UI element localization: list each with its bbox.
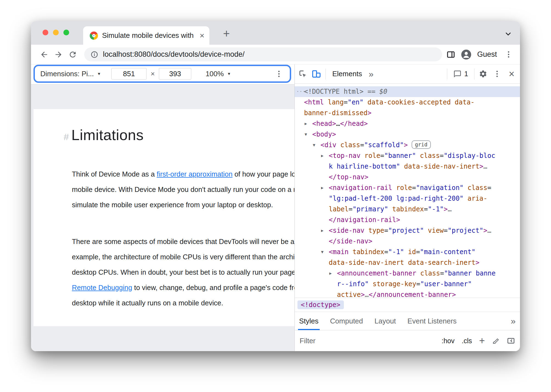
tab-computed[interactable]: Computed	[330, 312, 363, 330]
dom-token: "display-bloc	[444, 152, 495, 160]
side-panel-icon[interactable]	[446, 50, 455, 59]
hover-state-toggle[interactable]: :hov	[442, 337, 454, 345]
dom-row[interactable]: </navigation-rail>	[295, 215, 520, 225]
dom-row[interactable]: </side-nav>	[295, 236, 520, 247]
dom-row[interactable]: data-side-nav-inert data-search-inert>	[295, 257, 520, 268]
dom-token: class	[420, 152, 440, 160]
dom-row[interactable]: ▼<div class="scaffold">grid	[295, 140, 520, 150]
expand-arrow-icon[interactable]: ▶	[321, 183, 324, 193]
dom-token: banner-dismissed	[304, 109, 367, 117]
text-line: mobile device. With Device Mode you don'…	[72, 182, 294, 197]
brush-icon[interactable]	[492, 337, 500, 345]
more-panes-icon[interactable]: »	[511, 316, 516, 326]
browser-tab[interactable]: Simulate mobile devices with D ×	[83, 26, 209, 45]
chevron-down-icon[interactable]: ▼	[97, 72, 101, 76]
dom-row[interactable]: ▶<side-nav type="project" view="project"…	[295, 225, 520, 236]
new-tab-button[interactable]: +	[223, 27, 230, 40]
height-input[interactable]	[159, 68, 191, 79]
zoom-dropdown[interactable]: 100% ▼	[206, 70, 231, 78]
dom-row[interactable]: ▼<main tabindex="-1" id="main-content"	[295, 247, 520, 257]
settings-gear-icon[interactable]	[479, 70, 487, 78]
dom-token: tabindex	[353, 248, 384, 256]
expand-arrow-icon[interactable]: ▶	[305, 118, 307, 129]
close-window-button[interactable]	[43, 30, 48, 35]
device-toolbar-toggle-icon[interactable]	[312, 69, 321, 79]
address-bar[interactable]: localhost:8080/docs/devtools/device-mode…	[84, 47, 442, 61]
dom-token: data-side-nav-inert	[404, 163, 480, 170]
devtools-menu-icon[interactable]	[492, 68, 503, 80]
dom-token: "-1"	[428, 205, 444, 213]
dom-token: r--info"	[337, 280, 369, 288]
collapse-arrow-icon[interactable]: ▼	[313, 140, 315, 150]
more-panels-icon[interactable]: »	[369, 70, 373, 78]
dom-row[interactable]: label="primary" tabindex="-1">…	[295, 204, 520, 215]
new-style-rule-icon[interactable]: +	[479, 336, 485, 346]
tab-styles[interactable]: Styles	[299, 312, 319, 330]
dom-token	[348, 248, 352, 256]
dom-row[interactable]: "lg:pad-left-200 lg:pad-right-200" aria-	[295, 193, 520, 204]
minimize-window-button[interactable]	[53, 30, 59, 35]
dom-token: </navigation-rail>	[329, 216, 400, 224]
dom-token: <head>	[312, 120, 336, 127]
expand-arrow-icon[interactable]: ▶	[321, 150, 324, 161]
dom-token: =	[487, 184, 491, 192]
dom-token: "primary"	[353, 205, 388, 213]
dom-row[interactable]: ▶<navigation-rail role="navigation" clas…	[295, 183, 520, 193]
tab-elements[interactable]: Elements	[330, 70, 364, 78]
dom-row[interactable]: ▶<announcement-banner class="banner bann…	[295, 268, 520, 279]
class-toggle[interactable]: .cls	[462, 337, 472, 345]
text-line: There are some aspects of mobile devices…	[72, 234, 294, 249]
back-button[interactable]	[37, 47, 51, 62]
tab-layout[interactable]: Layout	[375, 312, 396, 330]
site-info-icon[interactable]	[90, 50, 99, 59]
dom-token: =	[384, 227, 388, 234]
tab-close-icon[interactable]: ×	[199, 32, 204, 40]
dom-token: view	[428, 227, 444, 234]
devtools-close-icon[interactable]: ×	[507, 69, 516, 79]
tab-search-chevron-icon[interactable]	[504, 30, 512, 39]
dom-token	[392, 184, 396, 192]
issues-button[interactable]: 1	[452, 70, 470, 78]
text-link[interactable]: Remote Debugging	[72, 284, 132, 291]
dom-token: <!DOCTYPE html>	[304, 88, 364, 95]
breadcrumb-item-doctype[interactable]: <!doctype>	[297, 300, 344, 309]
maximize-window-button[interactable]	[63, 30, 69, 35]
dom-token: "banner banne	[444, 269, 496, 277]
dom-row[interactable]: ···<!DOCTYPE html> == $0	[295, 86, 520, 97]
dom-token: =	[440, 269, 444, 277]
heading-anchor-hash[interactable]: #	[64, 132, 69, 142]
dom-token: >	[476, 259, 479, 266]
dom-row[interactable]: ▶<head>…</head>	[295, 118, 520, 129]
dom-token: "project"	[448, 227, 483, 234]
dom-row[interactable]: ▶<top-nav role="banner" class="display-b…	[295, 150, 520, 161]
expand-arrow-icon[interactable]: ▶	[321, 225, 324, 236]
dom-row[interactable]: banner-dismissed>	[295, 108, 520, 118]
grid-badge[interactable]: grid	[412, 140, 431, 149]
dom-row[interactable]: ▼<body>	[295, 129, 520, 140]
collapse-arrow-icon[interactable]: ▼	[305, 129, 307, 140]
profile-avatar[interactable]	[461, 50, 471, 59]
dom-row[interactable]: </top-nav>	[295, 172, 520, 183]
inspect-icon[interactable]	[299, 70, 307, 78]
url-text: localhost:8080/docs/devtools/device-mode…	[103, 50, 244, 59]
dom-row[interactable]: active>…</announcement-banner>	[295, 289, 520, 298]
dom-row[interactable]: <html lang="en" data-cookies-accepted da…	[295, 97, 520, 108]
dimensions-dropdown[interactable]: Dimensions: Pi...	[40, 70, 94, 78]
style-filter-input[interactable]	[300, 335, 376, 347]
expand-arrow-icon[interactable]: ▶	[329, 268, 332, 279]
tab-event-listeners[interactable]: Event Listeners	[407, 312, 457, 330]
collapse-arrow-icon[interactable]: ▼	[321, 247, 324, 257]
toggle-sidebar-icon[interactable]	[507, 337, 515, 345]
width-input[interactable]	[111, 68, 147, 79]
dom-row[interactable]: r--info" storage-key="user-banner"	[295, 279, 520, 289]
dom-token	[404, 259, 408, 266]
browser-menu-icon[interactable]	[503, 49, 514, 61]
dom-row[interactable]: k hairline-bottom" data-side-nav-inert>…	[295, 161, 520, 172]
dom-token: <side-nav	[329, 227, 364, 234]
dom-token: >	[444, 205, 448, 213]
text-link[interactable]: first-order approximation	[157, 170, 232, 178]
reload-button[interactable]	[66, 47, 80, 62]
forward-button[interactable]	[51, 47, 66, 62]
node-ellipsis-icon[interactable]: ···	[296, 86, 306, 97]
device-toolbar-menu-icon[interactable]	[273, 68, 284, 80]
